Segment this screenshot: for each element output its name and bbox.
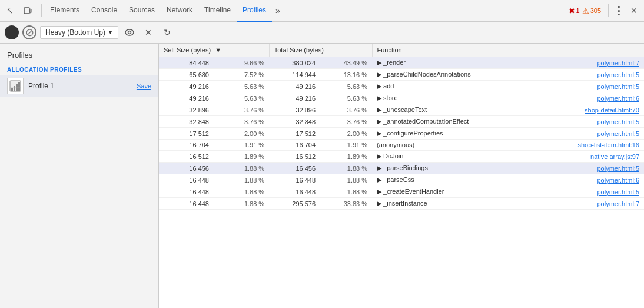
svg-rect-8 [18,82,20,91]
error-badge: ✖ 1 [569,6,580,15]
file-link[interactable]: native array.js:97 [533,151,644,163]
total-pct: 43.49 % [320,57,372,69]
table-row[interactable]: 49 216 5.63 % 49 216 5.63 % ▶ store poly… [159,92,644,104]
table-row[interactable]: 84 448 9.66 % 380 024 43.49 % ▶ _render … [159,57,644,69]
col-header-function[interactable]: Function [372,44,644,57]
self-pct: 1.88 % [214,198,269,210]
function-name: ▶ _createEventHandler [372,186,533,198]
tab-profiles[interactable]: Profiles [237,0,272,22]
profile-item[interactable]: Profile 1 Save [0,75,158,97]
table-row[interactable]: 16 456 1.88 % 16 456 1.88 % ▶ _parseBind… [159,163,644,174]
table-row[interactable]: 16 448 1.88 % 16 448 1.88 % ▶ _createEve… [159,186,644,198]
file-link[interactable]: polymer.html:7 [533,57,644,69]
table-row[interactable]: 65 680 7.52 % 114 944 13.16 % ▶ _parseCh… [159,69,644,81]
svg-rect-6 [14,86,15,91]
svg-rect-0 [24,8,29,14]
function-name: ▶ _annotatedComputationEffect [372,116,533,128]
table-row[interactable]: 17 512 2.00 % 17 512 2.00 % ▶ _configure… [159,128,644,140]
col-header-total-size[interactable]: Total Size (bytes) [269,44,372,57]
file-link[interactable]: polymer.html:5 [533,69,644,81]
total-size: 32 896 [269,104,320,116]
total-size: 380 024 [269,57,320,69]
total-size: 16 448 [269,186,320,198]
self-size: 17 512 [159,128,214,140]
devtools-icons: ↖ [2,3,35,18]
view-dropdown[interactable]: Heavy (Bottom Up) ▼ [40,26,118,39]
self-pct: 3.76 % [214,116,269,128]
file-link[interactable]: shop-list-item.html:16 [533,140,644,151]
total-pct: 1.88 % [320,174,372,186]
function-name: ▶ _configureProperties [372,128,533,140]
self-size: 65 680 [159,69,214,81]
self-pct: 5.63 % [214,92,269,104]
profile-name: Profile 1 [28,82,132,90]
svg-point-2 [125,29,134,35]
table-row[interactable]: 32 896 3.76 % 32 896 3.76 % ▶ _unescapeT… [159,104,644,116]
self-size: 16 456 [159,163,214,174]
total-pct: 1.91 % [320,140,372,151]
tab-network[interactable]: Network [161,0,198,22]
profile-icon [7,78,24,94]
svg-rect-1 [30,9,31,13]
table-row[interactable]: 16 448 1.88 % 295 576 33.83 % ▶ _insertI… [159,198,644,210]
file-link[interactable]: polymer.html:5 [533,81,644,92]
file-link[interactable]: polymer.html:5 [533,116,644,128]
file-link[interactable]: polymer.html:7 [533,198,644,210]
tab-timeline[interactable]: Timeline [198,0,237,22]
total-size: 295 576 [269,198,320,210]
close-devtools-button[interactable]: ✕ [626,3,642,18]
warn-badge: ⚠ 305 [582,6,601,15]
function-name: ▶ DoJoin [372,151,533,163]
more-options-button[interactable]: ⋮ [611,3,626,18]
file-link[interactable]: polymer.html:5 [533,186,644,198]
more-tabs-button[interactable]: » [272,0,284,22]
table-row[interactable]: 16 448 1.88 % 16 448 1.88 % ▶ _parseCss … [159,174,644,186]
function-name: ▶ _unescapeText [372,104,533,116]
cursor-icon[interactable]: ↖ [2,3,18,18]
record-button[interactable] [5,25,19,39]
sidebar: Profiles ALLOCATION PROFILES Profile 1 S… [0,44,159,308]
total-pct: 1.88 % [320,186,372,198]
profile-table: Self Size (bytes) ▼ Total Size (bytes) F… [159,44,644,210]
total-pct: 3.76 % [320,104,372,116]
divider2 [608,4,609,17]
total-pct: 5.63 % [320,92,372,104]
eye-button[interactable] [122,25,137,40]
stop-button[interactable]: ⊘ [22,25,36,39]
total-pct: 5.63 % [320,81,372,92]
file-link[interactable]: polymer.html:6 [533,92,644,104]
refresh-button[interactable]: ↻ [160,25,175,40]
self-size: 16 704 [159,140,214,151]
device-icon[interactable] [20,3,35,18]
second-toolbar: ⊘ Heavy (Bottom Up) ▼ ✕ ↻ [0,22,644,44]
table-row[interactable]: 32 848 3.76 % 32 848 3.76 % ▶ _annotated… [159,116,644,128]
total-size: 17 512 [269,128,320,140]
file-link[interactable]: polymer.html:5 [533,163,644,174]
clear-button[interactable]: ✕ [141,25,156,40]
total-size: 114 944 [269,69,320,81]
function-name: ▶ _parseCss [372,174,533,186]
total-pct: 3.76 % [320,116,372,128]
file-link[interactable]: polymer.html:6 [533,174,644,186]
self-pct: 1.88 % [214,186,269,198]
function-name: ▶ _insertInstance [372,198,533,210]
table-row[interactable]: 16 704 1.91 % 16 704 1.91 % (anonymous) … [159,140,644,151]
self-pct: 9.66 % [214,57,269,69]
table-header-row: Self Size (bytes) ▼ Total Size (bytes) F… [159,44,644,57]
divider [41,4,42,17]
file-link[interactable]: polymer.html:5 [533,128,644,140]
total-size: 16 512 [269,151,320,163]
table-row[interactable]: 49 216 5.63 % 49 216 5.63 % ▶ add polyme… [159,81,644,92]
tab-console[interactable]: Console [85,0,123,22]
tab-elements[interactable]: Elements [44,0,85,22]
main-layout: Profiles ALLOCATION PROFILES Profile 1 S… [0,44,644,308]
profile-save-link[interactable]: Save [137,82,151,90]
file-link[interactable]: shop-detail.html:70 [533,104,644,116]
total-pct: 1.89 % [320,151,372,163]
tab-sources[interactable]: Sources [123,0,161,22]
table-row[interactable]: 16 512 1.89 % 16 512 1.89 % ▶ DoJoin nat… [159,151,644,163]
total-pct: 1.88 % [320,163,372,174]
total-size: 16 456 [269,163,320,174]
self-size: 16 448 [159,186,214,198]
col-header-self-size[interactable]: Self Size (bytes) ▼ [159,44,269,57]
